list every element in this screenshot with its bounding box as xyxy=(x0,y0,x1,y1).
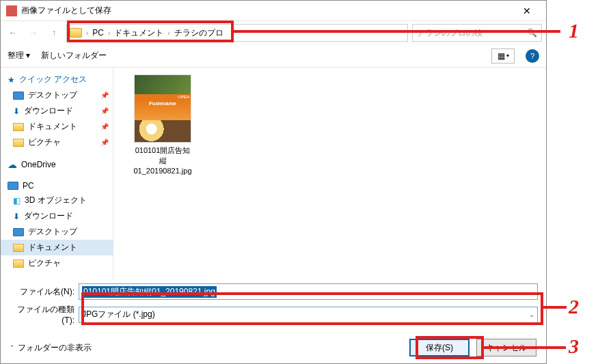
file-list[interactable]: OPEN Fudename 010101開店告知 縦 01_20190821.j… xyxy=(113,68,546,279)
pin-icon: 📌 xyxy=(100,92,109,99)
breadcrumb[interactable]: › PC › ドキュメント › チラシのプロ xyxy=(66,24,408,42)
forward-button[interactable]: → xyxy=(25,25,42,41)
up-button[interactable]: ↑ xyxy=(46,25,62,41)
tree-pictures[interactable]: ピクチャ 📌 xyxy=(1,135,113,150)
nav-tree[interactable]: ★ クイック アクセス デスクトップ 📌 ⬇ ダウンロード 📌 ドキュメント 📌… xyxy=(1,68,113,279)
hide-folders-button[interactable]: ˄ フォルダーの非表示 xyxy=(10,342,92,354)
cloud-icon: ☁ xyxy=(8,159,17,170)
filetype-select[interactable]: JPGファイル (*.jpg) ⌄ xyxy=(79,307,538,323)
callout-number-1: 1 xyxy=(569,19,579,42)
titlebar: 画像ファイルとして保存 ✕ xyxy=(1,1,546,21)
search-input[interactable]: チラシのプロの検 🔍 xyxy=(412,24,542,42)
chevron-right-icon: › xyxy=(107,29,111,37)
file-thumbnail: OPEN Fudename xyxy=(134,74,191,143)
nav-row: ← → ↑ › PC › ドキュメント › チラシのプロ チラシのプロの検 🔍 xyxy=(1,21,546,44)
pin-icon: 📌 xyxy=(100,123,109,130)
tree-desktop[interactable]: デスクトップ 📌 xyxy=(1,87,113,103)
document-icon xyxy=(13,244,24,252)
view-button[interactable]: ▦ ▾ xyxy=(491,48,515,64)
tree-downloads[interactable]: ⬇ ダウンロード 📌 xyxy=(1,103,113,119)
pin-icon: 📌 xyxy=(100,107,109,115)
picture-icon xyxy=(13,139,24,147)
filename-label: ファイル名(N): xyxy=(9,286,74,298)
view-icon: ▦ xyxy=(498,51,505,61)
breadcrumb-folder[interactable]: チラシのプロ xyxy=(174,27,223,39)
callout-number-2: 2 xyxy=(569,295,579,318)
callout-number-3: 3 xyxy=(569,335,579,358)
pc-icon xyxy=(8,182,18,190)
tree-documents[interactable]: ドキュメント 📌 xyxy=(1,119,113,135)
save-dialog: 画像ファイルとして保存 ✕ ← → ↑ › PC › ドキュメント › チラシの… xyxy=(0,0,547,364)
tree-downloads-2[interactable]: ⬇ ダウンロード xyxy=(1,208,113,224)
download-icon: ⬇ xyxy=(13,107,20,116)
file-name: 010101開店告知 縦 01_20190821.jpg xyxy=(122,145,204,176)
organize-button[interactable]: 整理 ▾ xyxy=(8,50,30,61)
tree-pictures-2[interactable]: ピクチャ xyxy=(1,255,113,271)
help-button[interactable]: ? xyxy=(526,49,539,63)
chevron-right-icon: › xyxy=(85,29,90,37)
breadcrumb-documents[interactable]: ドキュメント xyxy=(114,27,163,39)
desktop-icon xyxy=(13,228,24,236)
filetype-label: ファイルの種類(T): xyxy=(9,304,74,325)
folder-icon xyxy=(70,28,82,38)
toolbar: 整理 ▾ 新しいフォルダー ▦ ▾ ? xyxy=(1,44,546,68)
picture-icon xyxy=(13,260,24,268)
tree-quick-access[interactable]: ★ クイック アクセス xyxy=(1,72,113,87)
callout-line-2 xyxy=(543,306,567,309)
callout-line-3 xyxy=(484,346,566,349)
chevron-down-icon[interactable]: ⌄ xyxy=(529,288,534,296)
tree-onedrive[interactable]: ☁ OneDrive xyxy=(1,157,113,172)
chevron-down-icon: ▾ xyxy=(506,53,509,59)
download-icon: ⬇ xyxy=(13,212,20,221)
document-icon xyxy=(13,123,24,131)
chevron-up-icon: ˄ xyxy=(10,344,14,352)
footer: ˄ フォルダーの非表示 保存(S) キャンセル xyxy=(1,332,546,363)
tree-pc[interactable]: PC xyxy=(1,179,113,193)
pin-icon: 📌 xyxy=(100,139,109,146)
app-icon xyxy=(6,5,17,16)
breadcrumb-pc[interactable]: PC xyxy=(92,28,104,38)
callout-line-1 xyxy=(234,30,560,33)
tree-3d-objects[interactable]: ◧ 3D オブジェクト xyxy=(1,193,113,208)
dialog-body: ★ クイック アクセス デスクトップ 📌 ⬇ ダウンロード 📌 ドキュメント 📌… xyxy=(1,68,546,279)
chevron-right-icon: › xyxy=(166,29,171,37)
filename-input[interactable]: 010101開店告知縦01_20190821.jpg ⌄ xyxy=(79,283,538,300)
cube-icon: ◧ xyxy=(13,196,21,206)
save-button[interactable]: 保存(S) xyxy=(409,339,470,356)
close-button[interactable]: ✕ xyxy=(513,5,541,16)
fields: ファイル名(N): 010101開店告知縦01_20190821.jpg ⌄ フ… xyxy=(1,279,546,332)
desktop-icon xyxy=(13,92,24,100)
tree-documents-2[interactable]: ドキュメント xyxy=(1,240,113,255)
new-folder-button[interactable]: 新しいフォルダー xyxy=(41,50,107,61)
chevron-down-icon[interactable]: ⌄ xyxy=(529,311,534,318)
back-button[interactable]: ← xyxy=(5,25,21,41)
search-placeholder: チラシのプロの検 xyxy=(417,27,483,39)
tree-desktop-2[interactable]: デスクトップ xyxy=(1,224,113,240)
star-icon: ★ xyxy=(8,75,15,85)
file-item[interactable]: OPEN Fudename 010101開店告知 縦 01_20190821.j… xyxy=(122,74,204,176)
window-title: 画像ファイルとして保存 xyxy=(21,5,513,16)
